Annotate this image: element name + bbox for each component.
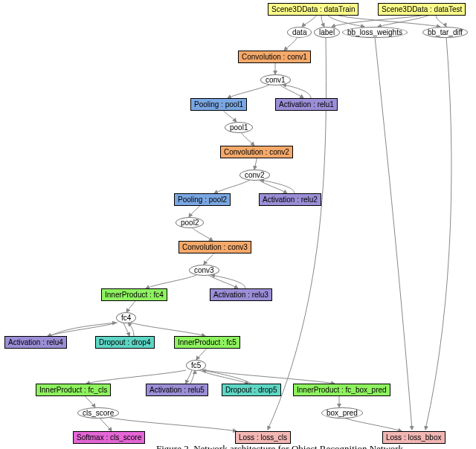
layer-relu3: Activation : relu3 xyxy=(210,288,272,301)
layer-softmax: Softmax : cls_score xyxy=(73,431,145,444)
layer-data-train: Scene3DData : dataTrain xyxy=(268,3,358,16)
layer-loss-bbox: Loss : loss_bbox xyxy=(382,431,446,444)
layer-drop5: Dropout : drop5 xyxy=(222,384,281,396)
layer-fc5: InnerProduct : fc5 xyxy=(174,336,240,349)
layer-relu1: Activation : relu1 xyxy=(275,98,338,111)
blob-fc4: fc4 xyxy=(116,312,136,323)
layer-data-test: Scene3DData : dataTest xyxy=(378,3,466,16)
blob-conv3: conv3 xyxy=(189,265,219,276)
layer-conv2: Convolution : conv2 xyxy=(220,146,293,158)
blob-box-pred: box_pred xyxy=(321,407,363,419)
layer-relu4: Activation : relu4 xyxy=(4,336,67,349)
blob-data: data xyxy=(287,27,312,38)
blob-conv1: conv1 xyxy=(260,74,291,85)
layer-drop4: Dropout : drop4 xyxy=(95,336,155,349)
layer-pool1: Pooling : pool1 xyxy=(190,98,247,111)
layer-relu5: Activation : relu5 xyxy=(146,384,208,396)
layer-loss-cls: Loss : loss_cls xyxy=(235,431,291,444)
blob-bb-loss-weights: bb_loss_weights xyxy=(342,27,408,38)
blob-pool1: pool1 xyxy=(225,122,253,133)
layer-fc-cls: InnerProduct : fc_cls xyxy=(36,384,111,396)
blob-fc5: fc5 xyxy=(186,360,206,371)
layer-conv3: Convolution : conv3 xyxy=(178,241,251,253)
blob-cls-score: cls_score xyxy=(77,407,119,419)
layer-conv1: Convolution : conv1 xyxy=(238,51,311,63)
figure-caption: Figure 2. Network architecture for Objec… xyxy=(156,443,403,449)
blob-pool2: pool2 xyxy=(176,217,204,228)
blob-bb-tar-diff: bb_tar_diff xyxy=(422,27,468,38)
blob-label: label xyxy=(314,27,340,38)
layer-fc4: InnerProduct : fc4 xyxy=(101,288,167,301)
blob-conv2: conv2 xyxy=(239,169,270,181)
layer-relu2: Activation : relu2 xyxy=(259,193,321,206)
layer-pool2: Pooling : pool2 xyxy=(174,193,231,206)
layer-fc-box-pred: InnerProduct : fc_box_pred xyxy=(293,384,390,396)
